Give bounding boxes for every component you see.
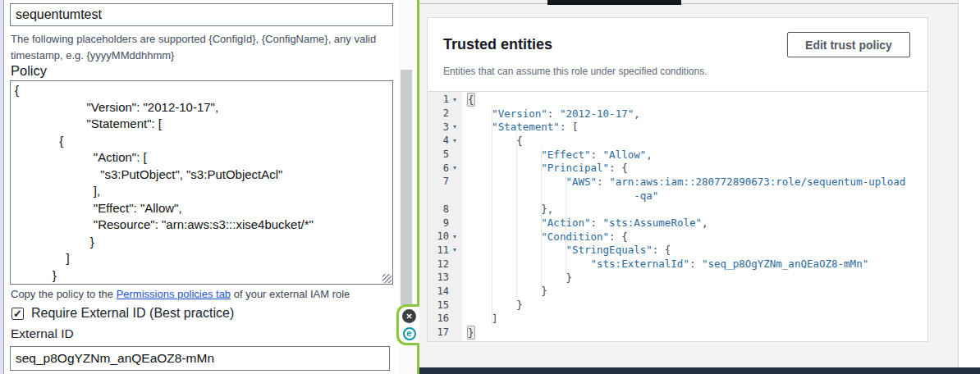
line-number: 9 [428,217,449,229]
line-number: 1 [428,94,449,105]
code-line: 15 } [428,298,927,312]
trusted-entities-card: Trusted entities Edit trust policy Entit… [427,17,928,342]
line-number: 12 [428,258,449,270]
code-line: 7 "AWS": "arn:aws:iam::280772890673:role… [428,175,927,189]
copy-hint-prefix: Copy the policy to the [11,288,117,300]
export-config-panel: The following placeholders are supported… [0,0,417,374]
code-line: 4▾ { [428,134,927,148]
line-number: 16 [428,312,449,324]
panel-edge-divider [3,0,4,374]
line-number: 4 [428,135,449,146]
code-line: 8 }, [428,203,927,217]
code-text: }, [462,203,553,215]
code-line: 2 "Version": "2012-10-17", [428,107,927,121]
edit-trust-policy-button[interactable]: Edit trust policy [787,32,910,57]
line-number: 5 [428,148,449,160]
line-number: 17 [428,326,449,338]
external-id-label: External ID [11,326,74,341]
code-line: 11▾ "StringEquals": { [428,244,927,258]
line-number: 2 [428,107,449,119]
fold-arrow-icon[interactable]: ▾ [449,96,460,103]
active-tab-underline [547,0,681,5]
code-text: "Principal": { [462,162,628,174]
fold-arrow-icon[interactable]: ▾ [449,123,460,130]
trusted-entities-description: Entities that can assume this role under… [443,66,708,77]
textarea-resize-handle[interactable] [382,274,392,283]
external-id-input[interactable] [10,346,390,371]
code-text: "Effect": "Allow", [462,148,653,161]
line-number: 13 [428,271,449,283]
code-text: "AWS": "arn:aws:iam::280772890673:role/s… [462,176,905,188]
code-text: { [462,135,523,147]
code-text: "StringEquals": { [462,244,671,256]
tabs-bottom-border [419,3,958,4]
require-external-id-row: ✓ Require External ID (Best practice) [11,306,234,321]
trust-policy-code-editor[interactable]: 1▾{2 "Version": "2012-10-17",3▾ "Stateme… [428,92,927,341]
aws-trust-relationships-panel: Trusted entities Edit trust policy Entit… [419,0,980,374]
line-number: 3 [428,121,449,133]
code-line: 6▾ "Principal": { [428,161,927,175]
code-text: } [462,285,547,297]
code-line: 10▾ "Condition": { [428,230,927,244]
fold-arrow-icon[interactable]: ▾ [449,246,460,253]
code-line: 13 } [428,271,927,285]
code-text: } [462,299,523,311]
code-line: 14 } [428,285,927,299]
checkmark-icon: ✓ [13,308,22,319]
line-number: 6 [428,162,449,174]
policy-label: Policy [11,63,47,79]
code-text: "Action": "sts:AssumeRole", [462,217,708,229]
line-number: 15 [428,299,449,311]
code-text: } [462,326,475,339]
left-panel-scrollbar-thumb[interactable] [401,70,412,305]
console-footer-bar [419,367,980,374]
line-number: 8 [428,203,449,215]
line-number: 7 [428,176,449,187]
code-text: } [462,271,572,284]
code-line: 16 ] [428,312,927,326]
code-lines: 1▾{2 "Version": "2012-10-17",3▾ "Stateme… [428,93,927,339]
require-external-id-checkbox[interactable]: ✓ [11,308,24,320]
trusted-entities-title: Trusted entities [443,36,552,53]
policy-json-text: { "Version": "2012-10-17", "Statement": … [11,81,392,284]
copy-hint-suffix: of your external IAM role [231,288,350,300]
code-line: 17} [428,326,927,340]
code-text: { [462,94,475,106]
placeholders-help-text: The following placeholders are supported… [11,31,387,63]
close-icon[interactable]: ✕ [402,309,416,323]
code-line: 5 "Effect": "Allow", [428,148,927,162]
code-line: 3▾ "Statement": [ [428,120,927,134]
policy-textarea[interactable]: { "Version": "2012-10-17", "Statement": … [10,80,393,285]
code-line: -qa" [428,189,927,203]
line-number: 10 [428,230,449,242]
copy-policy-hint: Copy the policy to the Permissions polic… [11,288,350,300]
fold-arrow-icon[interactable]: ▾ [449,137,460,144]
code-line: 1▾{ [428,93,927,107]
fold-arrow-icon[interactable]: ▾ [449,164,460,171]
permissions-policies-tab-link[interactable]: Permissions policies tab [117,288,231,300]
code-text: ] [462,312,498,325]
code-text: "Statement": [ [462,121,578,133]
fold-arrow-icon[interactable]: ▾ [449,233,460,240]
right-edge-area [959,0,980,374]
code-line: 9 "Action": "sts:AssumeRole", [428,216,927,230]
code-text: -qa" [462,189,658,202]
e-extension-icon[interactable]: e [403,327,416,340]
code-line: 12 "sts:ExternalId": "seq_p8OgYZNm_anQEa… [428,257,927,271]
code-text: "Version": "2012-10-17", [462,107,640,120]
line-number: 14 [428,285,449,297]
code-text: "sts:ExternalId": "seq_p8OgYZNm_anQEaOZ8… [462,258,868,270]
filename-input[interactable] [10,3,393,26]
line-number: 11 [428,244,449,256]
extension-widget: ✕ e [396,304,419,345]
code-text: "Condition": { [462,230,628,243]
require-external-id-label: Require External ID (Best practice) [31,306,234,321]
